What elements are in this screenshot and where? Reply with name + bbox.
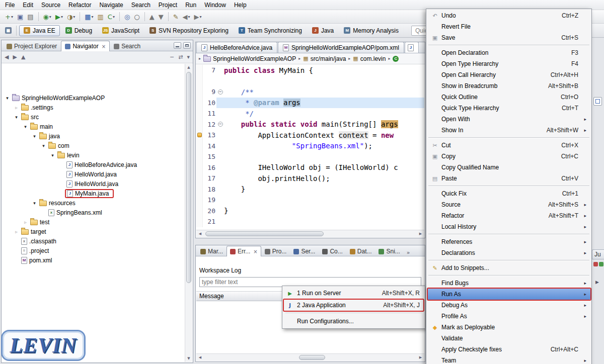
view-menu-icon[interactable]: ▾	[187, 54, 190, 60]
twisty-icon[interactable]: ▾	[31, 134, 38, 139]
menubar-item-window[interactable]: Window	[200, 1, 230, 10]
context-menu-item-open-type-hierarchy[interactable]: Open Type HierarchyF4	[427, 58, 590, 69]
context-menu-item-revert-file[interactable]: Revert File	[427, 21, 590, 32]
scroll-right-icon[interactable]: ▶	[417, 230, 424, 237]
editor-hscrollbar[interactable]: ◀ ▶	[196, 230, 424, 237]
context-menu-item-open-declaration[interactable]: Open DeclarationF3	[427, 47, 590, 58]
context-menu-item-validate[interactable]: Validate	[427, 333, 590, 344]
search-button[interactable]: ○	[132, 11, 141, 22]
twisty-icon[interactable]: ▹	[13, 229, 20, 234]
save-button[interactable]: ▣	[15, 11, 25, 22]
context-menu-item-save[interactable]: ▣SaveCtrl+S	[427, 32, 590, 43]
tree-item-ihelloworld-java[interactable]: JIHelloWorld.java	[2, 179, 184, 189]
tree-item-classpath[interactable]: x.classpath	[2, 236, 184, 246]
tree-item-springhelloworldexampleaop[interactable]: ▾SpringHelloWorldExampleAOP	[2, 93, 184, 103]
scroll-left-icon[interactable]: ◀	[196, 230, 204, 237]
context-menu-item-find-bugs[interactable]: Find Bugs▸	[427, 278, 590, 289]
perspective-java[interactable]: JJava	[308, 25, 338, 36]
menubar-item-refactor[interactable]: Refactor	[64, 1, 95, 10]
context-menu-item-cut[interactable]: ✂CutCtrl+X	[427, 140, 590, 151]
tree-item-java[interactable]: ▾java	[2, 131, 184, 141]
tab-junit-partial[interactable]: Ju	[592, 249, 604, 259]
context-menu-item-team[interactable]: Team▸	[427, 355, 590, 364]
back-button[interactable]: ◀▾	[181, 11, 192, 22]
scroll-right-icon[interactable]: ▶	[595, 280, 599, 285]
menubar-item-edit[interactable]: Edit	[19, 1, 37, 10]
menubar-item-navigate[interactable]: Navigate	[95, 1, 127, 10]
perspective-debug[interactable]: DDebug	[61, 25, 97, 36]
panel-tab-sni[interactable]: Sni...	[375, 246, 403, 256]
new-class-button[interactable]: C▾	[106, 11, 117, 22]
context-menu-item-show-in[interactable]: Show InAlt+Shift+W▸	[427, 125, 590, 136]
forward-icon[interactable]: ▶	[13, 54, 17, 60]
panel-tab-co[interactable]: Co...	[319, 246, 346, 256]
context-menu-item-debug-as[interactable]: Debug As▸	[427, 300, 590, 311]
context-menu-item-declarations[interactable]: Declarations▸	[427, 247, 590, 258]
code-area[interactable]: 7public class MyMain {9− /**10 * @param …	[196, 65, 424, 230]
scroll-right-icon[interactable]: ▶	[417, 354, 424, 361]
twisty-icon[interactable]: ▾	[40, 143, 47, 148]
breadcrumb-item-com-levin[interactable]: ▦com.levin	[351, 55, 387, 62]
collapse-all-icon[interactable]: −	[170, 54, 174, 60]
close-icon[interactable]: ×	[253, 249, 257, 254]
run-button[interactable]: ▶▾	[53, 11, 65, 22]
tree-item-test[interactable]: ▹test	[2, 217, 184, 227]
menubar-item-help[interactable]: Help	[230, 1, 251, 10]
panel-tab-err[interactable]: Err...×	[226, 246, 261, 256]
tree-item-pom-xml[interactable]: Mpom.xml	[2, 255, 184, 265]
new-java-project-button[interactable]: ▦▾	[83, 11, 95, 22]
restore-view-button[interactable]	[593, 97, 602, 106]
link-editor-icon[interactable]: ⇄	[178, 54, 183, 60]
run-menu-item-run-configurations[interactable]: Run Configurations...	[283, 315, 424, 327]
tree-item-target[interactable]: ▹target	[2, 227, 184, 236]
menubar-item-search[interactable]: Search	[127, 1, 155, 10]
context-menu-item-paste[interactable]: ▤PasteCtrl+V	[427, 173, 590, 184]
scroll-left-icon[interactable]: ◀	[196, 354, 204, 361]
tab-overflow-icon[interactable]: »	[407, 249, 410, 256]
twisty-icon[interactable]: ▾	[4, 96, 11, 101]
back-icon[interactable]: ◀	[5, 54, 9, 60]
context-menu-item-mark-as-deployable[interactable]: ◆Mark as Deployable	[427, 322, 590, 333]
menubar-item-file[interactable]: File	[1, 1, 19, 10]
forward-button[interactable]: ▶▾	[192, 11, 204, 22]
context-menu-item-open-with[interactable]: Open With▸	[427, 114, 590, 125]
twisty-icon[interactable]: ▾	[13, 115, 20, 120]
view-tab-navigator[interactable]: Navigator×	[61, 41, 110, 51]
perspective-java-ee[interactable]: EJava EE	[19, 25, 60, 36]
profile-button[interactable]: ◑▾	[65, 11, 77, 22]
scrollbar-thumb[interactable]	[299, 355, 325, 360]
bottom-hscrollbar[interactable]: ◀ ▶	[196, 353, 424, 361]
new-package-button[interactable]: ▥	[96, 11, 106, 22]
scrollbar-thumb[interactable]	[205, 231, 324, 236]
view-tab-project-explorer[interactable]: Project Explorer	[3, 41, 61, 51]
tree-item-project[interactable]: ≡.project	[2, 246, 184, 255]
tree-item-levin[interactable]: ▾levin	[2, 150, 184, 160]
tree-item-hellobeforeadvice-java[interactable]: JHelloBeforeAdvice.java	[2, 160, 184, 169]
breadcrumb-item-src-main-java[interactable]: ▦src/main/java	[301, 55, 347, 62]
editor-tab-springhelloworldexampleaop-pom-xml[interactable]: MSpringHelloWorldExampleAOP/pom.xml	[278, 42, 404, 53]
tree-item-settings[interactable]: ▹.settings	[2, 103, 184, 112]
breadcrumb-item-partial[interactable]: C	[391, 56, 400, 62]
editor-tab-partial[interactable]: J	[405, 42, 419, 53]
view-tab-search[interactable]: Search	[110, 41, 144, 51]
perspective-memory-analysis[interactable]: MMemory Analysis	[339, 25, 403, 36]
open-perspective-button[interactable]: ▦	[3, 25, 14, 36]
context-menu-item-quick-outline[interactable]: Quick OutlineCtrl+O	[427, 92, 590, 103]
context-menu-item-quick-type-hierarchy[interactable]: Quick Type HierarchyCtrl+T	[427, 103, 590, 114]
open-type-button[interactable]: ◎	[122, 11, 132, 22]
context-menu-item-show-in-breadcrumb[interactable]: Show in BreadcrumbAlt+Shift+B	[427, 80, 590, 92]
print-button[interactable]: ▤	[25, 11, 35, 22]
context-menu-item-undo[interactable]: ↶UndoCtrl+Z	[427, 10, 590, 21]
twisty-icon[interactable]: ▹	[22, 220, 29, 225]
twisty-icon[interactable]: ▾	[22, 124, 29, 129]
context-menu-item-copy-qualified-name[interactable]: Copy Qualified Name	[427, 162, 590, 173]
breadcrumb-item-springhelloworldexampleaop[interactable]: SpringHelloWorldExampleAOP	[202, 55, 297, 62]
twisty-icon[interactable]: ▾	[49, 153, 56, 158]
next-annotation-button[interactable]: ▼	[157, 11, 166, 22]
twisty-icon[interactable]: ▾	[31, 201, 38, 206]
tree-item-resources[interactable]: ▾resources	[2, 198, 184, 208]
tree-item-src[interactable]: ▾src	[2, 112, 184, 122]
tree-item-mymain-java[interactable]: JMyMain.java	[2, 189, 184, 198]
panel-tab-pro[interactable]: Pro...	[261, 246, 290, 256]
fold-collapse-icon[interactable]: −	[218, 122, 223, 127]
